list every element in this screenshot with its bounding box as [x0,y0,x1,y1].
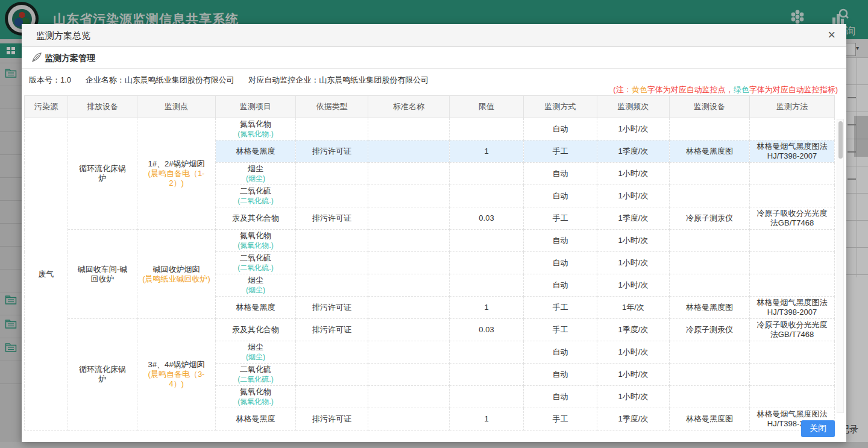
cell-monitor-frequency: 1小时/次 [597,185,670,207]
table-scrollbar[interactable] [837,119,844,413]
cell-standard-name [368,297,450,319]
cell-emission-device: 循环流化床锅炉 [68,319,137,431]
cell-monitor-mode: 自动 [524,274,597,297]
company-label: 企业名称： [86,75,125,84]
column-header: 监测方法 [750,96,835,118]
cell-monitor-method [750,230,835,252]
cell-basis-type: 排污许可证 [296,408,368,431]
cell-monitor-mode: 手工 [524,297,597,319]
cell-monitor-equipment: 冷原子测汞仪 [670,319,750,341]
cell-monitor-frequency: 1小时/次 [597,163,670,185]
cell-monitor-equipment: 冷原子测汞仪 [670,207,750,230]
cell-monitor-equipment [670,185,750,207]
cell-basis-type [296,185,368,207]
cell-basis-type [296,163,368,185]
cell-monitor-mode: 自动 [524,386,597,408]
cell-monitor-method [750,386,835,408]
cell-basis-type: 排污许可证 [296,319,368,341]
table-row[interactable]: 废气循环流化床锅炉1#、2#锅炉烟囱(晨鸣自备电（1-2）)氮氧化物(氮氧化物.… [25,118,835,140]
column-header: 限值 [450,96,524,118]
company-value: 山东晨鸣纸业集团股份有限公司 [125,75,234,84]
cell-monitor-frequency: 1小时/次 [597,386,670,408]
color-legend-note: (注：黄色字体为对应自动监控点，绿色字体为对应自动监控指标) [613,84,838,95]
cell-standard-name [368,230,450,252]
cell-monitor-item: 二氧化硫(二氧化硫.) [216,185,296,207]
cell-monitor-mode: 自动 [524,364,597,386]
table-row[interactable]: 碱回收车间-碱回收炉碱回收炉烟囱(晨鸣纸业碱回收炉)氮氧化物(氮氧化物.)自动1… [25,230,835,252]
cell-limit-value [450,364,524,386]
cell-basis-type [296,118,368,140]
cell-limit-value: 1 [450,408,524,431]
column-header: 监测方式 [524,96,597,118]
column-header: 排放设备 [68,96,137,118]
note-green-word: 绿色 [734,85,749,94]
cell-monitor-method: 冷原子吸收分光光度法GB/T7468 [750,207,835,230]
cell-limit-value [450,386,524,408]
cell-basis-type: 排污许可证 [296,207,368,230]
cell-standard-name [368,274,450,297]
cell-monitor-frequency: 1小时/次 [597,364,670,386]
column-header: 依据类型 [296,96,368,118]
column-header: 标准名称 [368,96,450,118]
section-title: 监测方案管理 [45,53,95,64]
cell-monitor-point: 碱回收炉烟囱(晨鸣纸业碱回收炉) [137,230,216,319]
note-part3: 字体为对应自动监控指标) [749,85,838,94]
cell-basis-type [296,341,368,364]
cell-monitor-frequency: 1季度/次 [597,319,670,341]
cell-monitor-frequency: 1小时/次 [597,230,670,252]
cell-monitor-equipment [670,386,750,408]
cell-monitor-method: 冷原子吸收分光光度法GB/T7468 [750,319,835,341]
monitoring-plan-modal: 监测方案总览 × 监测方案管理 版本号：1.0 企业名称：山东晨鸣纸业集团股份有… [22,24,846,442]
cell-monitor-method [750,274,835,297]
cell-monitor-equipment: 林格曼黑度图 [670,297,750,319]
cell-basis-type: 排污许可证 [296,140,368,163]
cell-limit-value [450,163,524,185]
cell-monitor-mode: 自动 [524,185,597,207]
cell-monitor-equipment: 林格曼黑度图 [670,140,750,163]
cell-monitor-mode: 自动 [524,252,597,274]
cell-monitor-equipment [670,163,750,185]
close-icon[interactable]: × [828,28,835,42]
scrollbar-thumb[interactable] [838,121,843,159]
cell-monitor-frequency: 1小时/次 [597,274,670,297]
cell-monitor-equipment [670,230,750,252]
cell-monitor-method [750,252,835,274]
cell-basis-type: 排污许可证 [296,297,368,319]
column-header: 监测设备 [670,96,750,118]
close-button[interactable]: 关闭 [801,420,835,437]
cell-monitor-item: 烟尘(烟尘) [216,163,296,185]
table-header-row: 污染源排放设备监测点监测项目依据类型标准名称限值监测方式监测频次监测设备监测方法 [25,96,835,118]
quill-pen-icon [31,52,42,65]
monitoring-plan-table-wrap: 污染源排放设备监测点监测项目依据类型标准名称限值监测方式监测频次监测设备监测方法… [24,95,837,431]
cell-standard-name [368,118,450,140]
version-value: 1.0 [60,75,71,84]
cell-monitor-item: 二氧化硫(二氧化硫.) [216,364,296,386]
note-part1: (注： [613,85,631,94]
cell-monitor-method [750,341,835,364]
table-row[interactable]: 循环流化床锅炉3#、4#锅炉烟囱(晨鸣自备电（3-4）)汞及其化合物排污许可证0… [25,319,835,341]
cell-limit-value [450,118,524,140]
cell-standard-name [368,207,450,230]
note-part2: 字体为对应自动监控点， [647,85,734,94]
cell-monitor-equipment [670,274,750,297]
cell-monitor-item: 氮氧化物(氮氧化物.) [216,118,296,140]
cell-monitor-equipment [670,364,750,386]
column-header: 监测项目 [216,96,296,118]
cell-basis-type [296,386,368,408]
cell-standard-name [368,185,450,207]
cell-monitor-point: 3#、4#锅炉烟囱(晨鸣自备电（3-4）) [137,319,216,431]
cell-monitor-item: 林格曼黑度 [216,408,296,431]
cell-basis-type [296,274,368,297]
cell-monitor-mode: 手工 [524,319,597,341]
cell-limit-value: 0.03 [450,319,524,341]
cell-monitor-item: 氮氧化物(氮氧化物.) [216,386,296,408]
cell-monitor-frequency: 1小时/次 [597,252,670,274]
cell-monitor-method [750,185,835,207]
cell-monitor-equipment [670,252,750,274]
cell-limit-value [450,341,524,364]
cell-monitor-mode: 手工 [524,207,597,230]
cell-emission-device: 循环流化床锅炉 [68,118,137,230]
cell-monitor-mode: 手工 [524,140,597,163]
cell-monitor-item: 烟尘(烟尘) [216,274,296,297]
cell-monitor-point: 1#、2#锅炉烟囱(晨鸣自备电（1-2）) [137,118,216,230]
